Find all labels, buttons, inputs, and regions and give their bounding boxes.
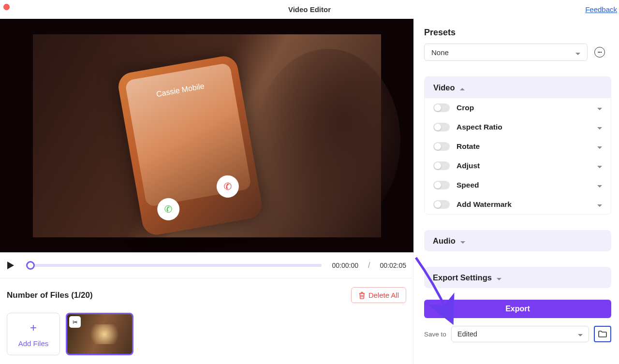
speed-label: Speed (457, 181, 590, 189)
preset-select[interactable]: None (424, 44, 588, 61)
watermark-label: Add Watermark (457, 200, 590, 209)
chevron-down-icon (597, 161, 602, 170)
save-to-select[interactable]: Edited (451, 326, 589, 342)
delete-all-button[interactable]: Delete All (351, 287, 406, 303)
export-settings-header[interactable]: Export Settings (424, 267, 611, 288)
export-button[interactable]: Export (424, 300, 611, 318)
chevron-down-icon (597, 181, 602, 189)
option-adjust[interactable]: Adjust (425, 156, 611, 175)
caller-name: Cassie Mobile (127, 76, 233, 103)
save-to-label: Save to (424, 331, 446, 338)
video-section-header[interactable]: Video (425, 77, 611, 98)
folder-icon (598, 330, 607, 338)
chevron-down-icon (597, 103, 602, 112)
audio-section-title: Audio (433, 236, 456, 246)
trash-icon (358, 291, 366, 299)
export-settings-section: Export Settings (424, 267, 611, 288)
crop-label: Crop (457, 103, 590, 112)
feedback-link[interactable]: Feedback (585, 5, 617, 14)
aspect-ratio-label: Aspect Ratio (457, 123, 590, 131)
left-pane: Cassie Mobile ✆ ✆ 00:00:00 / 00:02:05 Nu… (0, 19, 413, 364)
chevron-down-icon (497, 273, 501, 282)
video-section: Video Crop Aspect Ratio Rotate (424, 76, 611, 215)
plus-icon: + (30, 321, 37, 335)
file-count-label: Number of Files (1/20) (7, 291, 93, 300)
timeline-slider[interactable] (27, 264, 322, 267)
file-area: Number of Files (1/20) Delete All + Add … (0, 278, 413, 364)
presets-title: Presets (424, 28, 611, 38)
scissors-icon: ✂ (69, 316, 81, 328)
add-files-button[interactable]: + Add Files (7, 313, 60, 355)
phone-prop: Cassie Mobile ✆ ✆ (116, 54, 264, 236)
play-button[interactable] (7, 261, 16, 270)
play-icon (7, 261, 15, 270)
watermark-toggle[interactable] (433, 200, 450, 209)
chevron-down-icon (597, 123, 602, 131)
video-section-title: Video (433, 83, 455, 92)
main-layout: Cassie Mobile ✆ ✆ 00:00:00 / 00:02:05 Nu… (0, 19, 619, 364)
chevron-down-icon (597, 142, 602, 151)
delete-all-label: Delete All (368, 291, 399, 299)
adjust-label: Adjust (457, 161, 590, 170)
aspect-ratio-toggle[interactable] (433, 123, 450, 131)
time-separator: / (368, 261, 370, 270)
add-files-label: Add Files (18, 339, 49, 348)
file-thumbnail[interactable]: ✂ (66, 313, 133, 355)
chevron-down-icon (575, 48, 580, 57)
app-title: Video Editor (288, 5, 331, 14)
playback-controls: 00:00:00 / 00:02:05 (0, 252, 413, 278)
preset-more-button[interactable]: ··· (594, 47, 605, 58)
rotate-label: Rotate (457, 142, 590, 151)
option-aspect-ratio[interactable]: Aspect Ratio (425, 117, 611, 137)
rotate-toggle[interactable] (433, 142, 450, 151)
audio-section: Audio (424, 230, 611, 251)
time-current: 00:00:00 (332, 262, 359, 269)
chevron-down-icon (460, 236, 465, 246)
browse-folder-button[interactable] (594, 326, 611, 342)
preset-value: None (431, 48, 449, 57)
slider-thumb[interactable] (26, 261, 35, 270)
right-panel: Presets None ··· Video Crop (413, 19, 619, 364)
save-to-value: Edited (457, 330, 477, 338)
speed-toggle[interactable] (433, 181, 450, 189)
option-rotate[interactable]: Rotate (425, 137, 611, 156)
option-speed[interactable]: Speed (425, 175, 611, 195)
option-watermark[interactable]: Add Watermark (425, 195, 611, 214)
chevron-up-icon (460, 83, 465, 92)
video-preview[interactable]: Cassie Mobile ✆ ✆ (0, 19, 413, 252)
time-duration: 00:02:05 (380, 262, 407, 269)
chevron-down-icon (597, 200, 602, 209)
option-crop[interactable]: Crop (425, 98, 611, 117)
titlebar: Video Editor Feedback (0, 0, 619, 19)
hand-silhouette (255, 49, 400, 233)
adjust-toggle[interactable] (433, 161, 450, 170)
chevron-down-icon (578, 330, 583, 338)
audio-section-header[interactable]: Audio (424, 230, 611, 251)
window-close-button[interactable] (3, 4, 10, 10)
export-settings-title: Export Settings (433, 273, 492, 282)
video-frame: Cassie Mobile ✆ ✆ (33, 34, 381, 237)
crop-toggle[interactable] (433, 103, 450, 112)
